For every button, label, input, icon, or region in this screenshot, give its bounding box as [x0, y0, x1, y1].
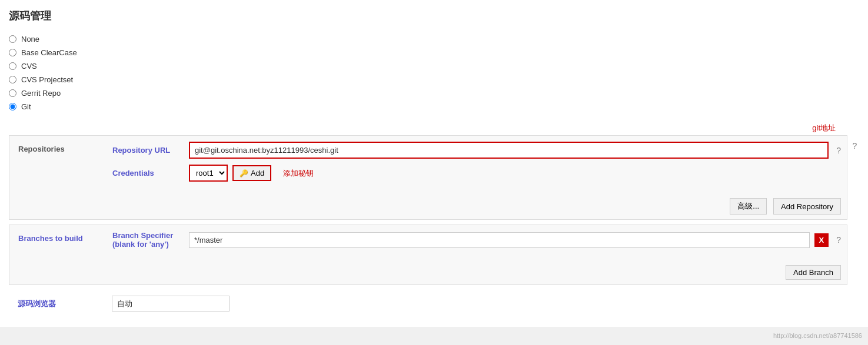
source-browser-input[interactable] — [112, 296, 230, 311]
branch-specifier-label: Branch Specifier (blank for 'any') — [112, 231, 189, 249]
radio-label-gerrit: Gerrit Repo — [21, 89, 61, 98]
branches-bottom-row: Add Branch — [9, 260, 847, 284]
repositories-layout: Repositories Repository URL ? Credential… — [9, 136, 847, 193]
credentials-control: root1 🔑 Add 添加秘钥 — [189, 165, 841, 182]
source-browser-content — [103, 290, 859, 318]
radio-label-clearcase: Base ClearCase — [21, 48, 77, 57]
repository-url-row: Repository URL ? — [112, 142, 841, 159]
radio-item-none[interactable]: None — [9, 35, 859, 43]
radio-clearcase[interactable] — [9, 49, 16, 56]
repository-url-input[interactable] — [189, 142, 829, 159]
scm-radio-group: None Base ClearCase CVS CVS Projectset G… — [9, 35, 859, 111]
radio-label-none: None — [21, 35, 39, 43]
repositories-content: Repository URL ? Credentials root1 — [104, 136, 847, 193]
credentials-row: Credentials root1 🔑 Add 添加秘钥 — [112, 165, 841, 182]
add-btn-label: Add — [251, 169, 264, 177]
advanced-button[interactable]: 高级... — [730, 198, 767, 215]
radio-item-gerrit[interactable]: Gerrit Repo — [9, 89, 859, 98]
radio-git[interactable] — [9, 103, 16, 110]
branches-label-text: Branches to build — [18, 234, 83, 243]
branches-main: Branches to build Branch Specifier (blan… — [9, 225, 847, 285]
page-outer: 源码管理 None Base ClearCase CVS CVS Project… — [0, 0, 868, 327]
repositories-label: Repositories — [9, 136, 104, 193]
branch-specifier-help-icon[interactable]: ? — [836, 235, 841, 244]
branch-specifier-input[interactable] — [189, 232, 810, 248]
radio-item-clearcase[interactable]: Base ClearCase — [9, 48, 859, 57]
repositories-main: Repositories Repository URL ? Credential… — [9, 135, 847, 220]
radio-item-git[interactable]: Git — [9, 102, 859, 111]
branch-specifier-control: X ? — [189, 232, 841, 248]
radio-none[interactable] — [9, 35, 16, 43]
branches-layout: Branches to build Branch Specifier (blan… — [9, 225, 847, 260]
radio-label-cvs-projectset: CVS Projectset — [21, 75, 73, 84]
radio-label-cvs: CVS — [21, 62, 37, 71]
radio-cvs-projectset[interactable] — [9, 76, 16, 83]
page-title: 源码管理 — [9, 9, 859, 23]
branches-help-col — [847, 225, 859, 239]
repositories-section: Repositories Repository URL ? Credential… — [9, 135, 859, 220]
credentials-select[interactable]: root1 — [189, 165, 228, 182]
repository-url-control: ? — [189, 142, 841, 159]
source-browser-row: 源码浏览器 — [9, 290, 859, 318]
add-credentials-button[interactable]: 🔑 Add — [232, 165, 271, 181]
radio-item-cvs[interactable]: CVS — [9, 62, 859, 71]
add-branch-button[interactable]: Add Branch — [786, 265, 841, 280]
branch-specifier-row: Branch Specifier (blank for 'any') X ? — [112, 231, 841, 249]
radio-gerrit[interactable] — [9, 89, 16, 97]
add-repository-button[interactable]: Add Repository — [773, 198, 841, 215]
repositories-help-icon[interactable]: ? — [853, 141, 857, 150]
branches-label: Branches to build — [9, 225, 104, 260]
repositories-help-col: ? — [847, 135, 859, 150]
git-address-annotation: git地址 — [9, 123, 859, 133]
source-browser-label: 源码浏览器 — [9, 290, 103, 318]
radio-cvs[interactable] — [9, 62, 16, 70]
radio-item-cvs-projectset[interactable]: CVS Projectset — [9, 75, 859, 84]
delete-branch-button[interactable]: X — [814, 233, 829, 247]
repository-url-help-icon[interactable]: ? — [836, 146, 841, 155]
credentials-label: Credentials — [112, 169, 189, 177]
branches-content: Branch Specifier (blank for 'any') X ? — [104, 225, 847, 260]
radio-label-git: Git — [21, 102, 31, 111]
branches-section: Branches to build Branch Specifier (blan… — [9, 225, 859, 285]
repository-url-label: Repository URL — [112, 146, 189, 155]
key-icon: 🔑 — [240, 169, 248, 177]
repositories-bottom-row: 高级... Add Repository — [9, 193, 847, 219]
add-secret-annotation: 添加秘钥 — [283, 168, 314, 179]
